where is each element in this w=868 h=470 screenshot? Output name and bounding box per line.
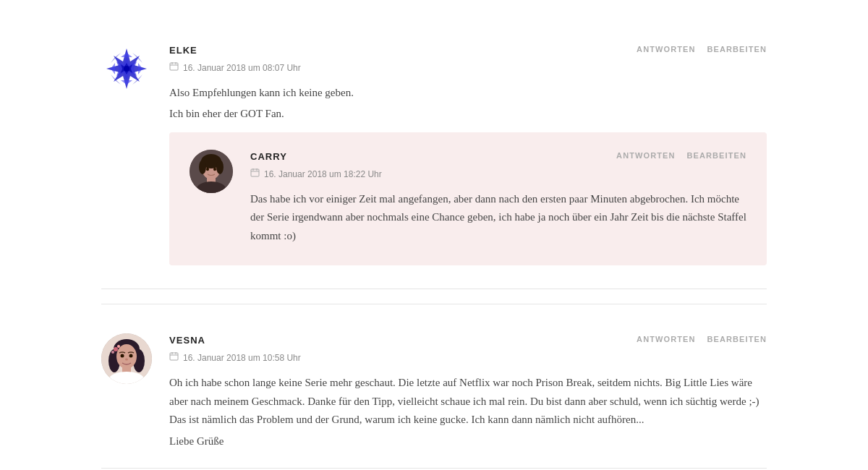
author-elke: ELKE bbox=[169, 43, 637, 59]
comment-carry-meta: CARRY bbox=[250, 150, 616, 181]
svg-point-25 bbox=[213, 168, 216, 171]
date-text-elke: 16. Januar 2018 um 08:07 Uhr bbox=[183, 61, 301, 75]
reply-button-carry[interactable]: ANTWORTEN bbox=[616, 150, 675, 163]
reply-button-vesna[interactable]: ANTWORTEN bbox=[637, 333, 695, 346]
comment-vesna-header: VESNA 16. Januar 2018 um 10:58 Uh bbox=[169, 333, 767, 365]
comment-elke: ELKE 16. Januar 2018 um 08:07 Uhr bbox=[101, 14, 767, 304]
svg-point-38 bbox=[121, 354, 124, 358]
svg-point-34 bbox=[116, 344, 137, 369]
nested-wrapper-carry: CARRY bbox=[169, 132, 767, 265]
comment-vesna-text: Oh ich habe schon lange keine Serie mehr… bbox=[169, 374, 767, 450]
reply-button-elke[interactable]: ANTWORTEN bbox=[637, 43, 695, 56]
date-carry: 16. Januar 2018 um 18:22 Uhr bbox=[250, 168, 616, 181]
edit-button-vesna[interactable]: BEARBEITEN bbox=[707, 333, 767, 346]
comment-elke-meta: ELKE 16. Januar 2018 um 08:07 Uhr bbox=[169, 43, 637, 75]
svg-point-4 bbox=[124, 66, 129, 72]
author-vesna: VESNA bbox=[169, 333, 637, 349]
svg-point-39 bbox=[129, 354, 133, 358]
author-carry: CARRY bbox=[250, 150, 616, 165]
comment-elke-actions: ANTWORTEN BEARBEITEN bbox=[637, 43, 767, 56]
comment-elke-text: Also Empfehlungen kann ich keine geben. … bbox=[169, 84, 767, 124]
comment-elke-body: ELKE 16. Januar 2018 um 08:07 Uhr bbox=[169, 43, 767, 274]
svg-point-36 bbox=[117, 345, 120, 348]
svg-point-35 bbox=[114, 347, 118, 351]
date-text-carry: 16. Januar 2018 um 18:22 Uhr bbox=[264, 168, 382, 181]
svg-rect-13 bbox=[170, 63, 178, 70]
svg-rect-26 bbox=[251, 169, 259, 176]
comment-carry-actions: ANTWORTEN BEARBEITEN bbox=[616, 150, 746, 163]
comment-elke-header: ELKE 16. Januar 2018 um 08:07 Uhr bbox=[169, 43, 767, 75]
edit-button-elke[interactable]: BEARBEITEN bbox=[707, 43, 767, 56]
calendar-icon-carry bbox=[250, 168, 260, 181]
comment-vesna-actions: ANTWORTEN BEARBEITEN bbox=[637, 333, 767, 346]
comment-vesna-body: VESNA 16. Januar 2018 um 10:58 Uh bbox=[169, 333, 767, 453]
comment-vesna-meta: VESNA 16. Januar 2018 um 10:58 Uh bbox=[169, 333, 637, 365]
avatar-elke bbox=[101, 43, 152, 94]
comment-vesna-inner: VESNA 16. Januar 2018 um 10:58 Uh bbox=[101, 319, 767, 469]
date-text-vesna: 16. Januar 2018 um 10:58 Uhr bbox=[183, 351, 301, 365]
comment-carry-body: CARRY bbox=[250, 150, 746, 248]
avatar-carry bbox=[190, 150, 233, 193]
svg-point-21 bbox=[216, 160, 224, 174]
comment-carry-header: CARRY bbox=[250, 150, 746, 181]
svg-point-37 bbox=[111, 351, 114, 354]
comment-carry: CARRY bbox=[169, 132, 767, 265]
comment-vesna: VESNA 16. Januar 2018 um 10:58 Uh bbox=[101, 304, 767, 470]
edit-button-carry[interactable]: BEARBEITEN bbox=[686, 150, 746, 163]
svg-rect-43 bbox=[170, 353, 178, 360]
date-vesna: 16. Januar 2018 um 10:58 Uhr bbox=[169, 351, 637, 365]
calendar-icon-vesna bbox=[169, 351, 179, 365]
page-wrapper: ELKE 16. Januar 2018 um 08:07 Uhr bbox=[72, 0, 796, 470]
vesna-text2: Liebe Grüße bbox=[169, 432, 767, 451]
elke-text-line1: Also Empfehlungen kann ich keine geben. bbox=[169, 84, 767, 103]
elke-text-line2: Ich bin eher der GOT Fan. bbox=[169, 105, 767, 124]
svg-point-24 bbox=[206, 168, 209, 171]
comment-elke-inner: ELKE 16. Januar 2018 um 08:07 Uhr bbox=[101, 29, 767, 289]
calendar-icon-elke bbox=[169, 61, 179, 75]
vesna-text: Oh ich habe schon lange keine Serie mehr… bbox=[169, 374, 767, 430]
avatar-vesna bbox=[101, 333, 152, 384]
svg-point-40 bbox=[125, 359, 128, 361]
date-elke: 16. Januar 2018 um 08:07 Uhr bbox=[169, 61, 637, 75]
svg-point-20 bbox=[199, 160, 206, 174]
comment-carry-text: Das habe ich vor einiger Zeit mal angefa… bbox=[250, 190, 746, 246]
carry-text: Das habe ich vor einiger Zeit mal angefa… bbox=[250, 190, 746, 246]
